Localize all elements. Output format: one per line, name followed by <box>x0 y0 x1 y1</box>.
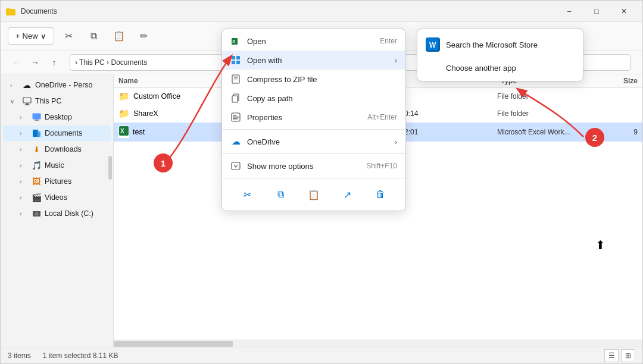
svg-rect-24 <box>232 96 238 102</box>
sidebar-item-music[interactable]: › 🎵 Music <box>3 158 111 173</box>
copy-action-button[interactable]: ⧉ <box>270 184 291 205</box>
svg-rect-22 <box>234 79 238 80</box>
show-more-label: Show more options <box>247 162 360 171</box>
svg-point-10 <box>36 213 37 214</box>
selected-info: 1 item selected 8.11 KB <box>43 352 118 360</box>
minimize-button[interactable]: – <box>555 1 583 22</box>
copy-toolbar-button[interactable]: ⧉ <box>84 26 104 46</box>
arrow-icon: › <box>395 56 397 65</box>
svg-rect-26 <box>233 115 236 116</box>
submenu-choose-app[interactable]: Choose another app <box>417 58 583 79</box>
show-more-shortcut: Shift+F10 <box>366 162 397 170</box>
horizontal-scrollbar[interactable] <box>114 340 642 347</box>
sidebar-item-documents[interactable]: › Documents <box>3 125 111 141</box>
svg-rect-3 <box>24 105 30 105</box>
list-view-button[interactable]: ☰ <box>604 349 619 362</box>
cut-action-button[interactable]: ✂ <box>237 184 257 205</box>
delete-action-button[interactable]: 🗑 <box>370 184 391 205</box>
share-action-button[interactable]: ↗ <box>337 184 357 205</box>
sidebar-scrollbar[interactable] <box>108 156 112 180</box>
sidebar-item-label: OneDrive - Perso <box>35 81 93 89</box>
open-shortcut: Enter <box>380 37 397 45</box>
cut-toolbar-button[interactable]: ✂ <box>59 26 79 46</box>
pictures-icon: 🖼 <box>32 177 41 186</box>
sidebar-item-desktop[interactable]: › Desktop <box>3 109 111 125</box>
sidebar-item-downloads[interactable]: › ⬇ Downloads <box>3 142 111 157</box>
forward-button[interactable]: → <box>27 54 43 71</box>
file-size: 9 <box>590 128 638 136</box>
copy-path-icon <box>230 93 241 103</box>
up-button[interactable]: ↑ <box>46 54 63 71</box>
items-count: 3 items <box>8 352 31 360</box>
sidebar: › ☁ OneDrive - Perso ∨ This PC › <box>1 74 114 347</box>
context-menu-open-with[interactable]: Open with › <box>222 51 405 70</box>
new-label: New <box>23 32 38 40</box>
context-menu-open[interactable]: X Open Enter <box>222 32 405 51</box>
svg-text:W: W <box>429 41 436 49</box>
expander-icon: › <box>20 211 28 217</box>
titlebar-icon <box>5 6 16 17</box>
expander-icon: › <box>20 162 28 169</box>
folder-icon: 📁 <box>118 108 130 119</box>
context-menu-compress[interactable]: Compress to ZIP file <box>222 70 405 89</box>
sidebar-item-label: This PC <box>35 97 61 105</box>
sidebar-item-label: Pictures <box>45 177 71 186</box>
submenu-ms-store[interactable]: W Search the Microsoft Store <box>417 32 583 58</box>
sidebar-item-this-pc[interactable]: ∨ This PC <box>3 93 111 109</box>
sidebar-item-videos[interactable]: › 🎬 Videos <box>3 190 111 205</box>
compress-label: Compress to ZIP file <box>247 75 397 84</box>
ms-store-label: Search the Microsoft Store <box>446 40 538 49</box>
disk-icon <box>32 209 41 218</box>
file-date: 2:01 <box>404 128 494 136</box>
expander-icon: › <box>20 146 28 153</box>
choose-app-label: Choose another app <box>446 64 516 73</box>
maximize-button[interactable]: □ <box>583 1 610 22</box>
svg-rect-17 <box>232 61 235 64</box>
onedrive-label: OneDrive <box>247 137 389 146</box>
svg-rect-20 <box>234 75 238 77</box>
sidebar-item-pictures[interactable]: › 🖼 Pictures <box>3 174 111 189</box>
svg-text:X: X <box>120 128 124 134</box>
context-menu-divider <box>222 129 405 130</box>
chevron-down-icon: ∨ <box>40 32 46 40</box>
sidebar-item-onedrive[interactable]: › ☁ OneDrive - Perso <box>3 77 111 93</box>
svg-rect-27 <box>233 117 239 118</box>
expander-icon: › <box>10 82 18 89</box>
properties-icon <box>230 112 241 123</box>
rename-toolbar-button[interactable]: ✏ <box>134 26 154 46</box>
svg-rect-15 <box>232 56 235 59</box>
sidebar-item-label: Downloads <box>45 145 82 153</box>
open-label: Open <box>247 37 374 46</box>
svg-rect-28 <box>233 118 238 120</box>
back-button[interactable]: ← <box>8 54 24 71</box>
context-menu-copy-path[interactable]: Copy as path <box>222 89 405 108</box>
open-with-label: Open with <box>247 56 389 65</box>
scrollbar-thumb[interactable] <box>114 341 233 347</box>
expander-icon: › <box>20 194 28 201</box>
properties-label: Properties <box>247 113 361 122</box>
titlebar-title: Documents <box>21 7 555 15</box>
context-menu-properties[interactable]: Properties Alt+Enter <box>222 108 405 127</box>
context-menu-icon-actions: ✂ ⧉ 📋 ↗ 🗑 <box>222 181 405 208</box>
paste-action-button[interactable]: 📋 <box>304 184 324 205</box>
context-menu-show-more[interactable]: Show more options Shift+F10 <box>222 156 405 175</box>
context-menu-onedrive[interactable]: ☁ OneDrive › <box>222 132 405 151</box>
sidebar-item-local-disk[interactable]: › Local Disk (C:) <box>3 206 111 221</box>
copy-path-label: Copy as path <box>247 94 397 103</box>
paste-toolbar-button[interactable]: 📋 <box>109 26 129 46</box>
submenu: W Search the Microsoft Store Choose anot… <box>417 29 583 81</box>
svg-rect-5 <box>35 120 39 121</box>
statusbar: 3 items 1 item selected 8.11 KB ☰ ⊞ <box>1 347 642 363</box>
svg-rect-21 <box>234 77 238 79</box>
new-button[interactable]: + New ∨ <box>8 27 54 45</box>
close-button[interactable]: ✕ <box>610 1 638 22</box>
grid-view-button[interactable]: ⊞ <box>621 349 635 362</box>
svg-rect-2 <box>26 103 29 105</box>
open-with-icon <box>230 55 241 65</box>
compress-icon <box>230 74 241 84</box>
open-icon: X <box>230 36 241 46</box>
column-size: Size <box>590 77 638 85</box>
desktop-icon <box>32 112 41 122</box>
svg-rect-0 <box>6 9 15 15</box>
music-icon: 🎵 <box>32 161 41 170</box>
